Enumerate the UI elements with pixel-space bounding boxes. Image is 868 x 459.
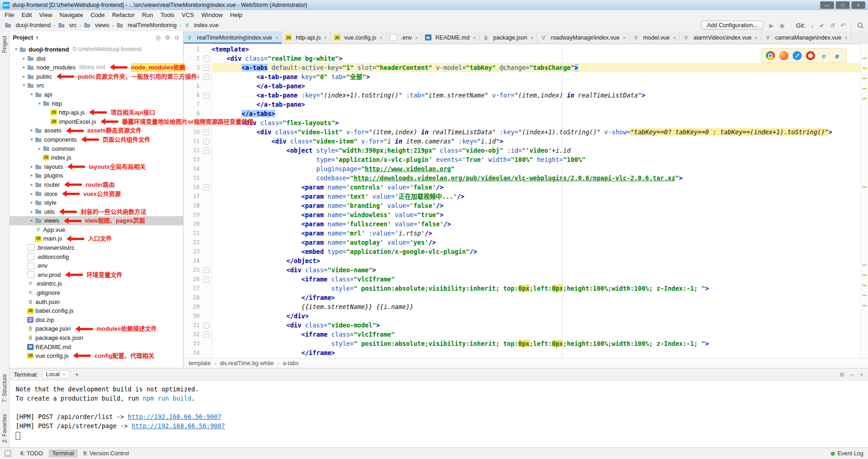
line-number[interactable]: 34 <box>193 348 200 357</box>
tab-alarmVideos-index.vue[interactable]: ValarmVideos\index.vue× <box>679 31 761 44</box>
code-line[interactable]: <object style="width:390px;height:219px"… <box>212 146 861 155</box>
line-number[interactable]: 25 <box>193 265 200 275</box>
line-number[interactable]: 17 <box>193 192 200 201</box>
line-number[interactable]: 29 <box>193 302 200 311</box>
tree-item-duoji-frontend[interactable]: ▾duoji-frontendD:\zheheWeb\duoji-fronten… <box>9 45 183 54</box>
breadcrumb-item[interactable]: Vindex.vue <box>184 22 219 29</box>
event-log-button[interactable]: Event Log <box>838 450 863 457</box>
line-number[interactable]: 2 <box>196 54 200 63</box>
tree-item-importExcel.js[interactable]: JSimportExcel.js暴露环境变量地址给图片or视频资源路径变量使用 <box>9 117 183 126</box>
close-icon[interactable]: × <box>673 35 676 40</box>
stripe-mark[interactable] <box>862 68 867 69</box>
stripe-mark[interactable] <box>862 98 867 99</box>
breadcrumb-item[interactable]: views <box>84 22 109 29</box>
line-number[interactable]: 12 <box>193 146 200 155</box>
line-number[interactable]: 20 <box>193 219 200 229</box>
line-number[interactable]: 6 <box>196 91 200 100</box>
code-line[interactable]: <param name='branding' value='false'/> <box>212 201 861 210</box>
gear-icon[interactable]: ⚙ <box>839 371 845 378</box>
code-line[interactable]: type='application/x-vlc-plugin' events='… <box>212 155 861 164</box>
tree-item-.eslintrc.js[interactable]: ⚙.eslintrc.js <box>9 279 183 288</box>
breadcrumb-item[interactable]: src <box>58 22 77 29</box>
code-line[interactable]: style=" position:absolute;visibility:inh… <box>212 339 861 348</box>
menu-edit[interactable]: Edit <box>18 11 35 18</box>
code-line[interactable]: <div class="flex-layouts"> <box>212 118 861 127</box>
debug-icon[interactable]: ◉ <box>779 23 784 29</box>
code-line[interactable]: <a-tab-pane key="0" tab="全部"> <box>212 72 861 81</box>
code-line[interactable]: <div class="video-list" v-for="(item,ind… <box>212 127 861 137</box>
code-editor[interactable]: <template> <div class="realTime bg-white… <box>212 44 861 358</box>
terminal-link[interactable]: http://192.168.66.56:9007 <box>132 422 225 430</box>
tree-expander-icon[interactable]: ▾ <box>29 90 35 99</box>
tool-strip-7--structure[interactable]: 7: Structure <box>1 374 8 402</box>
menu-tools[interactable]: Tools <box>157 11 178 18</box>
code-line[interactable]: </a-tab-pane> <box>212 81 861 91</box>
tree-item-.env.prod[interactable]: .env.prod环境变量文件 <box>9 270 183 280</box>
tab-vue.config.js[interactable]: JSvue.config.js× <box>331 31 386 44</box>
stripe-mark[interactable] <box>862 264 867 266</box>
firefox-icon[interactable] <box>779 51 788 60</box>
code-line[interactable]: </a-tab-pane> <box>212 100 861 109</box>
safari-icon[interactable] <box>793 51 802 60</box>
tab-model.vue[interactable]: Vmodel.vue× <box>629 31 679 44</box>
code-line[interactable]: <iframe class="vlcIframe" <box>212 330 861 339</box>
line-number[interactable]: 24 <box>193 256 200 265</box>
menu-file[interactable]: File <box>1 11 18 18</box>
stripe-mark[interactable] <box>862 305 867 306</box>
toolwindow-toggle-icon[interactable] <box>5 450 11 457</box>
tree-expander-icon[interactable]: ▸ <box>29 171 35 180</box>
tree-item-router[interactable]: ▸routerrouter路由 <box>9 180 183 189</box>
tree-expander-icon[interactable]: ▸ <box>21 63 27 72</box>
tree-expander-icon[interactable]: ▾ <box>21 81 27 90</box>
fold-icon[interactable]: − <box>203 92 209 98</box>
stripe-mark[interactable] <box>862 275 867 276</box>
tab-realTimeMonitoring-index.vue[interactable]: VrealTimeMonitoring\index.vue× <box>183 31 282 44</box>
rollback-icon[interactable]: ↶ <box>840 23 845 29</box>
tree-expander-icon[interactable]: ▸ <box>29 216 35 225</box>
code-line[interactable]: <param name='autoplay' value='yes'/> <box>212 238 861 247</box>
line-number[interactable]: 22 <box>193 238 200 247</box>
line-number[interactable]: 32 <box>193 330 200 339</box>
tree-item-.editorconfig[interactable]: .editorconfig <box>9 252 183 262</box>
tab-.env[interactable]: .env× <box>386 31 422 44</box>
menu-vcs[interactable]: VCS <box>178 11 198 18</box>
line-number[interactable]: 7 <box>196 100 200 109</box>
stripe-mark[interactable] <box>862 285 867 286</box>
breadcrumb-item[interactable]: duoji-frontend <box>5 22 51 29</box>
tree-item-http[interactable]: ▾http <box>9 99 183 109</box>
menu-run[interactable]: Run <box>138 11 157 18</box>
tree-item-dist[interactable]: ▸dist <box>9 54 183 63</box>
code-line[interactable]: pluginspage="http://www.videolan.org" <box>212 164 861 173</box>
line-number[interactable]: 1 <box>196 45 200 54</box>
maximize-icon[interactable]: □ <box>836 1 850 9</box>
code-line[interactable]: </iframe> <box>212 348 861 357</box>
add-configuration-button[interactable]: Add Configuration... <box>701 21 764 30</box>
tree-expander-icon[interactable]: ▸ <box>21 54 27 63</box>
new-session-button[interactable]: + <box>73 371 80 378</box>
fold-icon[interactable]: − <box>203 148 209 154</box>
git-update-icon[interactable]: ↓ <box>811 23 814 29</box>
close-icon[interactable]: × <box>845 35 847 40</box>
tree-expander-icon[interactable]: ▾ <box>29 135 35 144</box>
tree-item-main.js[interactable]: JSmain.js入口文件 <box>9 234 183 243</box>
code-line[interactable]: <param name='text' value='正在加载视频中...'/> <box>212 192 861 201</box>
close-icon[interactable]: × <box>860 371 863 378</box>
code-line[interactable]: <a-tabs default-active-key="1" slot="hea… <box>212 63 861 72</box>
tree-item-App.vue[interactable]: VApp.vue <box>9 225 183 235</box>
close-icon[interactable]: × <box>324 35 327 40</box>
history-icon[interactable]: ↺ <box>830 23 835 29</box>
tree-item-style[interactable]: ▸style <box>9 198 183 207</box>
close-icon[interactable]: × <box>63 372 65 377</box>
line-number[interactable]: 33 <box>193 339 200 348</box>
editor-breadcrumb-item[interactable]: template <box>189 360 211 367</box>
close-icon[interactable]: × <box>623 35 626 40</box>
menu-help[interactable]: Help <box>226 11 246 18</box>
tree-item-views[interactable]: ▸viewsview视图、pages页面 <box>9 216 183 225</box>
terminal-tab-local[interactable]: Local × <box>42 370 69 379</box>
tree-item-dist.zip[interactable]: Zdist.zip <box>9 316 183 325</box>
code-line[interactable]: {{item.streetName}} {{i.name}} <box>212 302 861 311</box>
tree-item-layouts[interactable]: ▸layoutslayouts全局布局相关 <box>9 162 183 172</box>
code-line[interactable]: </a-tabs> <box>212 109 861 118</box>
line-number[interactable]: 19 <box>193 210 200 219</box>
search-icon[interactable] <box>857 22 863 29</box>
